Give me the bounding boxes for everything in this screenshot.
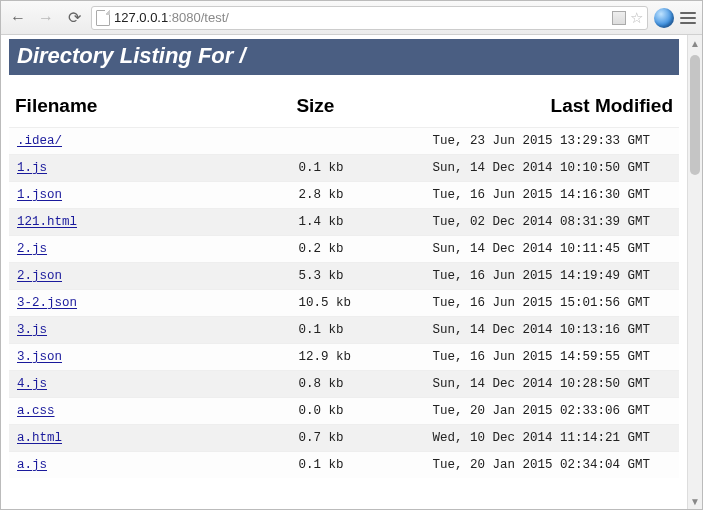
cell-modified: Wed, 10 Dec 2014 11:14:21 GMT xyxy=(424,425,679,452)
cell-modified: Sun, 14 Dec 2014 10:13:16 GMT xyxy=(424,317,679,344)
cell-filename: 2.json xyxy=(9,263,290,290)
cell-size: 0.0 kb xyxy=(290,398,424,425)
cell-size: 1.4 kb xyxy=(290,209,424,236)
cell-filename: 121.html xyxy=(9,209,290,236)
cell-size xyxy=(290,128,424,155)
table-header-row: Filename Size Last Modified xyxy=(9,89,679,128)
page-title: Directory Listing For / xyxy=(9,39,679,75)
cell-modified: Sun, 14 Dec 2014 10:11:45 GMT xyxy=(424,236,679,263)
cell-filename: 3.js xyxy=(9,317,290,344)
table-row: a.html0.7 kbWed, 10 Dec 2014 11:14:21 GM… xyxy=(9,425,679,452)
cell-size: 12.9 kb xyxy=(290,344,424,371)
file-link[interactable]: a.js xyxy=(17,458,47,472)
cell-filename: a.html xyxy=(9,425,290,452)
cell-filename: a.css xyxy=(9,398,290,425)
cell-filename: a.js xyxy=(9,452,290,479)
file-link[interactable]: 3-2.json xyxy=(17,296,77,310)
cell-modified: Tue, 16 Jun 2015 14:59:55 GMT xyxy=(424,344,679,371)
file-link[interactable]: 3.js xyxy=(17,323,47,337)
table-row: 3.js0.1 kbSun, 14 Dec 2014 10:13:16 GMT xyxy=(9,317,679,344)
vertical-scrollbar[interactable]: ▲ ▼ xyxy=(687,35,702,509)
col-header-size: Size xyxy=(290,89,424,128)
viewport: Directory Listing For / Filename Size La… xyxy=(1,35,702,509)
file-link[interactable]: a.html xyxy=(17,431,62,445)
cell-modified: Tue, 16 Jun 2015 15:01:56 GMT xyxy=(424,290,679,317)
url-text: 127.0.0.1:8080/test/ xyxy=(114,10,229,25)
hamburger-menu-icon[interactable] xyxy=(680,12,696,24)
browser-toolbar: ← → ⟳ 127.0.0.1:8080/test/ ☆ xyxy=(1,1,702,35)
cell-modified: Sun, 14 Dec 2014 10:28:50 GMT xyxy=(424,371,679,398)
bookmark-star-icon[interactable]: ☆ xyxy=(630,9,643,27)
url-host: 127.0.0.1 xyxy=(114,10,168,25)
table-row: 2.js0.2 kbSun, 14 Dec 2014 10:11:45 GMT xyxy=(9,236,679,263)
page-icon xyxy=(96,10,110,26)
browser-window: ← → ⟳ 127.0.0.1:8080/test/ ☆ Directory L… xyxy=(0,0,703,510)
cell-modified: Tue, 16 Jun 2015 14:19:49 GMT xyxy=(424,263,679,290)
cell-size: 0.2 kb xyxy=(290,236,424,263)
url-bar[interactable]: 127.0.0.1:8080/test/ ☆ xyxy=(91,6,648,30)
cell-modified: Tue, 02 Dec 2014 08:31:39 GMT xyxy=(424,209,679,236)
table-row: 1.json2.8 kbTue, 16 Jun 2015 14:16:30 GM… xyxy=(9,182,679,209)
file-link[interactable]: .idea/ xyxy=(17,134,62,148)
col-header-modified: Last Modified xyxy=(424,89,679,128)
cell-size: 0.1 kb xyxy=(290,452,424,479)
table-row: a.js0.1 kbTue, 20 Jan 2015 02:34:04 GMT xyxy=(9,452,679,479)
table-row: a.css0.0 kbTue, 20 Jan 2015 02:33:06 GMT xyxy=(9,398,679,425)
page-content: Directory Listing For / Filename Size La… xyxy=(1,35,687,509)
extension-icon[interactable] xyxy=(612,11,626,25)
cell-size: 0.7 kb xyxy=(290,425,424,452)
cell-size: 0.1 kb xyxy=(290,155,424,182)
file-link[interactable]: 1.json xyxy=(17,188,62,202)
col-header-filename: Filename xyxy=(9,89,290,128)
cell-size: 2.8 kb xyxy=(290,182,424,209)
table-row: 4.js0.8 kbSun, 14 Dec 2014 10:28:50 GMT xyxy=(9,371,679,398)
cell-size: 0.1 kb xyxy=(290,317,424,344)
cell-filename: .idea/ xyxy=(9,128,290,155)
cell-modified: Tue, 23 Jun 2015 13:29:33 GMT xyxy=(424,128,679,155)
cell-modified: Tue, 20 Jan 2015 02:34:04 GMT xyxy=(424,452,679,479)
cell-modified: Sun, 14 Dec 2014 10:10:50 GMT xyxy=(424,155,679,182)
table-row: 3.json12.9 kbTue, 16 Jun 2015 14:59:55 G… xyxy=(9,344,679,371)
back-button[interactable]: ← xyxy=(7,7,29,29)
url-rest: :8080/test/ xyxy=(168,10,229,25)
cell-modified: Tue, 20 Jan 2015 02:33:06 GMT xyxy=(424,398,679,425)
table-row: 1.js0.1 kbSun, 14 Dec 2014 10:10:50 GMT xyxy=(9,155,679,182)
cell-filename: 1.json xyxy=(9,182,290,209)
cell-modified: Tue, 16 Jun 2015 14:16:30 GMT xyxy=(424,182,679,209)
table-row: 121.html1.4 kbTue, 02 Dec 2014 08:31:39 … xyxy=(9,209,679,236)
cell-size: 5.3 kb xyxy=(290,263,424,290)
directory-listing-table: Filename Size Last Modified .idea/Tue, 2… xyxy=(9,89,679,478)
file-link[interactable]: 3.json xyxy=(17,350,62,364)
scroll-down-arrow-icon[interactable]: ▼ xyxy=(688,493,702,509)
scrollbar-thumb[interactable] xyxy=(690,55,700,175)
cell-filename: 4.js xyxy=(9,371,290,398)
cell-size: 0.8 kb xyxy=(290,371,424,398)
table-row: 3-2.json10.5 kbTue, 16 Jun 2015 15:01:56… xyxy=(9,290,679,317)
cell-filename: 3-2.json xyxy=(9,290,290,317)
file-link[interactable]: 4.js xyxy=(17,377,47,391)
reload-button[interactable]: ⟳ xyxy=(63,7,85,29)
forward-button[interactable]: → xyxy=(35,7,57,29)
file-link[interactable]: 1.js xyxy=(17,161,47,175)
file-link[interactable]: 121.html xyxy=(17,215,77,229)
scroll-up-arrow-icon[interactable]: ▲ xyxy=(688,35,702,51)
file-link[interactable]: 2.json xyxy=(17,269,62,283)
file-link[interactable]: 2.js xyxy=(17,242,47,256)
cell-filename: 1.js xyxy=(9,155,290,182)
cell-filename: 2.js xyxy=(9,236,290,263)
table-row: .idea/Tue, 23 Jun 2015 13:29:33 GMT xyxy=(9,128,679,155)
cell-filename: 3.json xyxy=(9,344,290,371)
cell-size: 10.5 kb xyxy=(290,290,424,317)
table-row: 2.json5.3 kbTue, 16 Jun 2015 14:19:49 GM… xyxy=(9,263,679,290)
globe-icon[interactable] xyxy=(654,8,674,28)
file-link[interactable]: a.css xyxy=(17,404,55,418)
